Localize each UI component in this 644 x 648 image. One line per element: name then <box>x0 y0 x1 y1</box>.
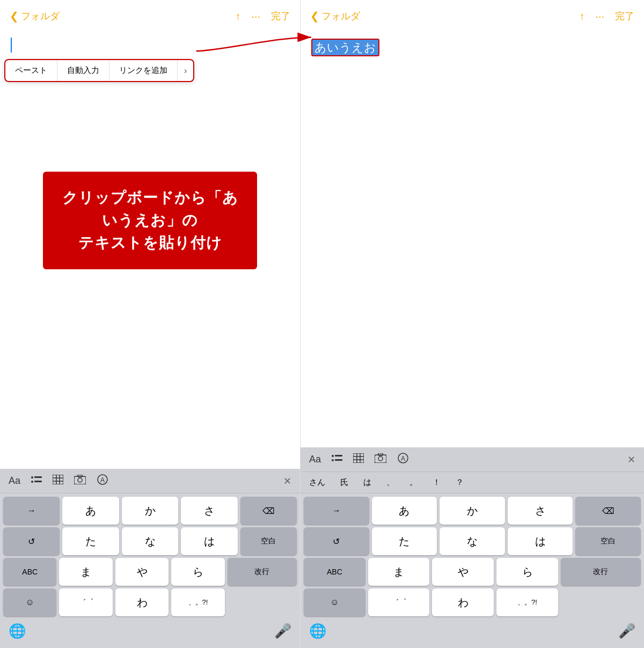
right-aa-icon[interactable]: Aa <box>309 454 321 465</box>
right-key-dakuten[interactable]: ゛゜ <box>368 588 430 616</box>
right-key-ra[interactable]: ら <box>496 558 558 586</box>
key-space[interactable]: 空白 <box>240 527 297 555</box>
svg-point-16 <box>332 459 334 461</box>
right-mic-icon[interactable]: 🎤 <box>618 623 635 639</box>
aa-icon[interactable]: Aa <box>9 475 20 487</box>
keyboard-close-icon[interactable]: ✕ <box>283 475 291 487</box>
table-icon[interactable] <box>53 475 63 487</box>
key-undo[interactable]: ↺ <box>3 527 60 555</box>
left-top-bar: ❮ フォルダ ↑ ··· 完了 <box>0 0 300 32</box>
right-key-space[interactable]: 空白 <box>575 527 641 555</box>
key-ya[interactable]: や <box>115 558 169 586</box>
right-key-abc[interactable]: ABC <box>304 558 365 586</box>
left-panel: ❮ フォルダ ↑ ··· 完了 ペースト 自動入力 リンクを追加 › クリップボ… <box>0 0 301 648</box>
left-note-area[interactable]: ペースト 自動入力 リンクを追加 › <box>0 32 300 75</box>
svg-rect-17 <box>335 455 342 456</box>
right-table-icon[interactable] <box>353 453 364 466</box>
suggestion-san[interactable]: さん <box>309 477 325 488</box>
key-punct[interactable]: 、。?! <box>171 588 224 616</box>
right-keyboard-close-icon[interactable]: ✕ <box>627 454 635 466</box>
auto-input-button[interactable]: 自動入力 <box>57 60 109 81</box>
right-camera-icon[interactable] <box>375 453 386 466</box>
left-more-icon[interactable]: ··· <box>251 10 260 23</box>
left-done-button[interactable]: 完了 <box>271 10 290 23</box>
right-more-icon[interactable]: ··· <box>595 10 604 23</box>
left-keyboard-rows: → あ か さ ⌫ ↺ た な は 空白 ABC ま や ら 改行 <box>0 494 300 618</box>
key-sa[interactable]: さ <box>181 497 237 525</box>
right-back-label: フォルダ <box>321 10 360 23</box>
left-back-label: フォルダ <box>21 10 60 23</box>
key-enter[interactable]: 改行 <box>228 558 297 586</box>
key-wa[interactable]: わ <box>115 588 169 616</box>
svg-point-25 <box>378 456 383 461</box>
svg-text:A: A <box>100 476 105 484</box>
key-abc[interactable]: ABC <box>3 558 56 586</box>
svg-rect-4 <box>53 475 63 484</box>
svg-point-0 <box>31 476 33 478</box>
key-na[interactable]: な <box>122 527 178 555</box>
key-ka[interactable]: か <box>122 497 178 525</box>
svg-point-15 <box>332 455 334 457</box>
svg-rect-2 <box>34 476 42 478</box>
svg-text:A: A <box>401 455 405 462</box>
right-key-ha[interactable]: は <box>508 527 573 555</box>
right-key-na[interactable]: な <box>440 527 505 555</box>
more-button[interactable]: › <box>178 61 193 81</box>
left-toolbar-icons: ↑ ··· 完了 <box>235 10 290 23</box>
right-back-button[interactable]: ❮ フォルダ <box>310 10 360 23</box>
svg-point-10 <box>78 478 82 482</box>
right-key-backspace[interactable]: ⌫ <box>575 497 641 525</box>
key-emoji[interactable]: ☺ <box>3 588 56 616</box>
right-key-ma[interactable]: ま <box>368 558 430 586</box>
key-ma[interactable]: ま <box>59 558 112 586</box>
key-a[interactable]: あ <box>62 497 119 525</box>
suggestion-comma[interactable]: 、 <box>386 477 394 488</box>
left-keyboard: Aa A ✕ → あ か さ ⌫ <box>0 469 300 648</box>
left-share-icon[interactable]: ↑ <box>235 10 240 23</box>
suggestion-question[interactable]: ？ <box>456 477 464 488</box>
key-ra[interactable]: ら <box>171 558 224 586</box>
right-key-ka[interactable]: か <box>440 497 505 525</box>
paste-button[interactable]: ペースト <box>5 60 57 81</box>
globe-icon[interactable]: 🌐 <box>9 623 26 639</box>
key-ha[interactable]: は <box>181 527 237 555</box>
right-key-sa[interactable]: さ <box>508 497 573 525</box>
right-note-area[interactable]: あいうえお <box>301 32 644 75</box>
key-ta[interactable]: た <box>62 527 119 555</box>
right-key-enter[interactable]: 改行 <box>561 558 641 586</box>
right-key-arrow-right[interactable]: → <box>304 497 369 525</box>
right-share-icon[interactable]: ↑ <box>579 10 584 23</box>
suggestion-exclaim[interactable]: ！ <box>433 477 441 488</box>
right-key-punct[interactable]: 、。?! <box>496 588 558 616</box>
suggestion-ha[interactable]: は <box>363 477 371 488</box>
format-icon[interactable]: A <box>97 474 108 488</box>
right-key-wa[interactable]: わ <box>432 588 494 616</box>
right-key-a[interactable]: あ <box>372 497 437 525</box>
right-key-ya[interactable]: や <box>432 558 494 586</box>
suggestion-bar: さん 氏 は 、 。 ！ ？ <box>301 472 644 494</box>
right-format-icon[interactable]: A <box>397 452 409 467</box>
add-link-button[interactable]: リンクを追加 <box>109 60 178 81</box>
explanation-box: クリップボードから「あいうえお」のテキストを貼り付け <box>43 172 257 269</box>
camera-icon[interactable] <box>74 475 86 487</box>
right-toolbar-icons: ↑ ··· 完了 <box>579 10 634 23</box>
left-keyboard-row-1: → あ か さ ⌫ <box>3 497 297 525</box>
suggestion-period[interactable]: 。 <box>409 477 418 488</box>
list-icon[interactable] <box>31 475 42 487</box>
mic-icon[interactable]: 🎤 <box>274 623 291 639</box>
right-top-bar: ❮ フォルダ ↑ ··· 完了 <box>301 0 644 32</box>
context-menu: ペースト 自動入力 リンクを追加 › <box>4 59 194 82</box>
right-key-ta[interactable]: た <box>372 527 437 555</box>
left-back-button[interactable]: ❮ フォルダ <box>10 10 60 23</box>
right-list-icon[interactable] <box>332 454 342 465</box>
right-done-button[interactable]: 完了 <box>615 10 634 23</box>
key-dakuten[interactable]: ゛゜ <box>59 588 112 616</box>
right-globe-icon[interactable]: 🌐 <box>309 623 326 639</box>
key-arrow-right[interactable]: → <box>3 497 60 525</box>
svg-rect-18 <box>335 459 342 461</box>
suggestion-shi[interactable]: 氏 <box>340 477 348 488</box>
right-panel: ❮ フォルダ ↑ ··· 完了 あいうえお Aa <box>301 0 644 648</box>
key-backspace[interactable]: ⌫ <box>240 497 297 525</box>
right-key-undo[interactable]: ↺ <box>304 527 369 555</box>
right-key-emoji[interactable]: ☺ <box>304 588 365 616</box>
